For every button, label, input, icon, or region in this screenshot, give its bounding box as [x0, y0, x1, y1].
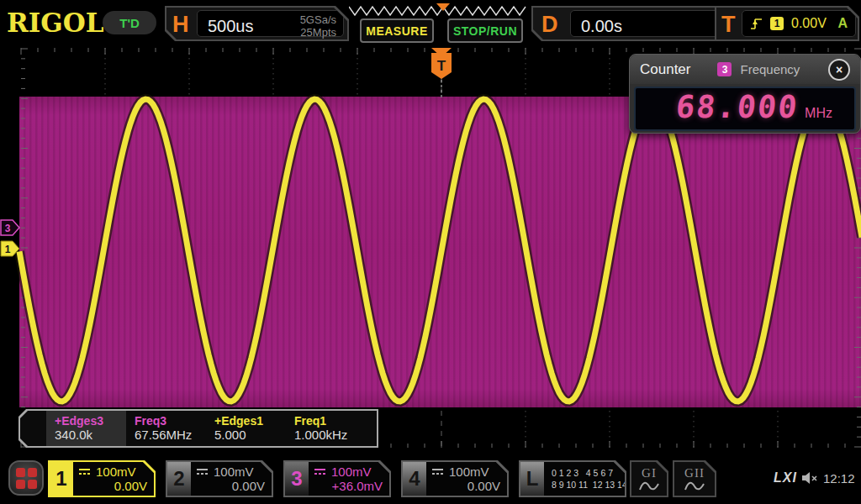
- corner-fold: [261, 462, 272, 473]
- stop-run-button[interactable]: STOP/RUN: [447, 18, 523, 43]
- oscilloscope-screen: T 3 1 RIGOL T'D H 500us 5GSa/s 25Mpts: [0, 0, 861, 504]
- measurement-item[interactable]: Freq3 67.56MHz: [126, 411, 206, 446]
- channel2-button[interactable]: 2 100mV 0.00V: [166, 460, 273, 497]
- trigger-source-badge: 1: [770, 17, 784, 30]
- dc-coupling-icon: [431, 468, 444, 475]
- channel4-scale: 100mV: [449, 465, 489, 479]
- dc-coupling-icon: [78, 468, 91, 475]
- rigol-logo: RIGOL: [7, 8, 104, 38]
- logic-digits-row1: 0 1 2 3 4 5 6 7: [552, 467, 639, 479]
- sound-muted-icon[interactable]: [801, 471, 818, 485]
- measurement-value: 5.000: [214, 428, 286, 442]
- channel3-number: 3: [285, 462, 309, 496]
- channel3-marker-label: 3: [5, 223, 11, 234]
- channel4-number: 4: [403, 462, 426, 496]
- top-status-bar: RIGOL T'D H 500us 5GSa/s 25Mpts MEASURE …: [0, 0, 861, 46]
- trigger-mode: A: [837, 16, 848, 31]
- sample-rate: 5GSa/s: [300, 13, 336, 26]
- trigger-settings-button[interactable]: T 1 0.00V A: [715, 6, 859, 41]
- channel1-number: 1: [50, 462, 73, 496]
- channel4-button[interactable]: 4 100mV 0.00V: [401, 460, 509, 497]
- channel1-button[interactable]: 1 100mV 0.00V: [48, 460, 156, 497]
- corner-fold: [143, 462, 154, 473]
- channel2-number: 2: [167, 462, 191, 496]
- dc-coupling-icon: [314, 468, 326, 475]
- measurement-item[interactable]: +Edges3 340.0k: [46, 411, 126, 446]
- logic-analyzer-button[interactable]: L 0 1 2 3 4 5 6 7 8 9 10 11 12 13 14 15: [519, 460, 626, 497]
- measurement-value: 67.56MHz: [135, 428, 206, 442]
- bottom-channel-bar: 1 100mV 0.00V 2: [0, 451, 861, 504]
- counter-display: 68.000 MHz: [634, 87, 856, 131]
- channel4-offset: 0.00V: [431, 479, 500, 493]
- counter-value: 68.000: [674, 88, 800, 127]
- channel3-offset: +36.0mV: [314, 479, 383, 493]
- channel3-button[interactable]: 3 100mV +36.0mV: [283, 460, 391, 497]
- corner-fold: [378, 462, 389, 473]
- generator2-label: GII: [684, 466, 705, 480]
- menu-grid-icon: [16, 468, 37, 489]
- channel3-offset-marker[interactable]: 3: [1, 220, 19, 235]
- horizontal-settings-button[interactable]: H 500us 5GSa/s 25Mpts: [165, 6, 349, 41]
- measurement-label: +Edges1: [214, 414, 286, 428]
- counter-panel: Counter 3 Frequency × 68.000 MHz: [629, 54, 861, 134]
- acquisition-info: 5GSa/s 25Mpts: [300, 13, 336, 39]
- dc-coupling-icon: [196, 468, 209, 475]
- logic-label: L: [520, 462, 544, 496]
- channel1-offset: 0.00V: [78, 479, 147, 493]
- generator1-button[interactable]: GI: [630, 460, 668, 497]
- measurement-label: Freq1: [294, 414, 366, 428]
- trigger-label: T: [721, 12, 736, 38]
- counter-mode: Frequency: [740, 62, 800, 76]
- close-icon[interactable]: ×: [828, 59, 850, 81]
- channel1-scale: 100mV: [96, 465, 136, 479]
- counter-title: Counter: [640, 61, 690, 78]
- lxi-status: LXI: [774, 470, 797, 486]
- timebase-box: 500us 5GSa/s 25Mpts: [197, 10, 344, 37]
- rising-edge-icon: [750, 17, 763, 31]
- measurement-label: +Edges3: [55, 414, 126, 428]
- sine-wave-icon: [639, 481, 659, 491]
- trigger-level-value: 0.00V: [791, 16, 827, 31]
- timebase-value: 500us: [208, 17, 254, 36]
- trigger-position-flag[interactable]: T: [431, 48, 452, 99]
- counter-unit: MHz: [805, 106, 832, 121]
- memory-depth: 25Mpts: [300, 26, 336, 39]
- measurement-item[interactable]: +Edges1 5.000: [206, 411, 286, 446]
- generator1-label: GI: [642, 466, 657, 480]
- measurement-item[interactable]: Freq1 1.000kHz: [286, 411, 366, 446]
- sine-wave-icon: [684, 481, 705, 491]
- measurement-label: Freq3: [135, 414, 206, 428]
- counter-source-badge: 3: [717, 62, 732, 76]
- delay-label: D: [541, 12, 558, 38]
- delay-value: 0.00s: [581, 17, 622, 36]
- waveform-overview-strip[interactable]: [349, 3, 531, 18]
- channel1-marker-label: 1: [5, 244, 11, 255]
- channel3-scale: 100mV: [331, 465, 372, 479]
- horizontal-label: H: [172, 12, 189, 38]
- channel2-scale: 100mV: [214, 465, 254, 479]
- corner-fold: [614, 462, 625, 473]
- trigger-status-badge: T'D: [103, 11, 156, 34]
- measurement-value: 340.0k: [55, 428, 126, 442]
- corner-fold: [496, 462, 507, 473]
- overview-trigger-pointer-icon: [436, 3, 450, 11]
- channel2-offset: 0.00V: [196, 479, 265, 493]
- trigger-flag-label: T: [437, 58, 446, 74]
- menu-button[interactable]: [8, 460, 44, 496]
- overview-zigzag: [349, 7, 526, 15]
- clock: 12:12: [823, 471, 855, 486]
- logic-digit-list: 0 1 2 3 4 5 6 7 8 9 10 11 12 13 14 15: [544, 462, 639, 496]
- generator2-button[interactable]: GII: [673, 460, 716, 497]
- measure-button[interactable]: MEASURE: [360, 18, 434, 43]
- counter-header[interactable]: Counter 3 Frequency ×: [630, 55, 860, 84]
- measurement-panel: +Edges3 340.0k Freq3 67.56MHz +Edges1 5.…: [18, 409, 378, 448]
- logic-digits-row2: 8 9 10 11 12 13 14 15: [552, 479, 639, 491]
- trigger-box: 1 0.00V A: [742, 10, 856, 37]
- measurement-value: 1.000kHz: [294, 428, 366, 442]
